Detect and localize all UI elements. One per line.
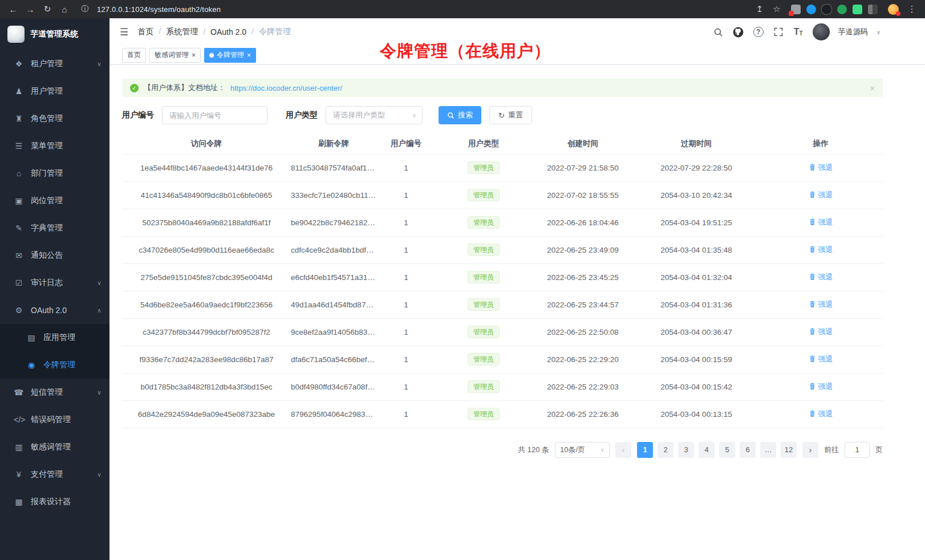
forward-icon[interactable] <box>23 2 38 16</box>
page-button[interactable]: 12 <box>781 442 797 458</box>
app-logo[interactable]: 芋道管理系统 <box>0 18 109 50</box>
sidebar-item[interactable]: ◉ 令牌管理 <box>0 351 109 379</box>
user-id-input[interactable] <box>162 106 267 124</box>
breadcrumb-item[interactable]: 令牌管理 <box>246 27 291 37</box>
force-logout-button[interactable]: 强退 <box>809 327 833 337</box>
address-bar[interactable]: 127.0.0.1:1024/system/oauth2/token <box>74 2 750 16</box>
view-tab[interactable]: 敏感词管理 <box>149 48 201 63</box>
action-cell: 强退 <box>758 346 883 373</box>
fullscreen-icon[interactable] <box>773 26 784 38</box>
user-type-badge: 管理员 <box>468 244 500 256</box>
browser-menu-icon[interactable] <box>904 2 919 16</box>
reset-button[interactable]: 重置 <box>489 106 532 124</box>
search-button[interactable]: 搜索 <box>439 106 481 124</box>
sidebar-item[interactable]: ✎ 字典管理 <box>0 214 109 242</box>
sidebar-item[interactable]: ▣ 岗位管理 <box>0 187 109 214</box>
sidebar-item[interactable]: ⌂ 部门管理 <box>0 160 109 187</box>
force-logout-button[interactable]: 强退 <box>809 272 833 282</box>
extension-icon[interactable] <box>791 5 801 14</box>
refresh-token-cell: 9ce8ef2aa9f14056b831ae9b608e28d5 <box>291 318 376 346</box>
top-header: 首页 系统管理 OAuth 2.0 令牌管理 <box>109 18 925 46</box>
share-icon[interactable] <box>752 2 767 16</box>
next-page-button[interactable] <box>802 442 818 458</box>
force-logout-button[interactable]: 强退 <box>809 354 833 364</box>
user-id-cell: 1 <box>376 263 436 291</box>
page-button[interactable]: 6 <box>740 442 756 458</box>
expire-time-cell: 2054-03-10 20:42:34 <box>634 181 758 209</box>
menu-icon: ☰ <box>14 141 24 151</box>
info-icon[interactable] <box>78 2 92 16</box>
sidebar-item[interactable]: ☑ 审计日志 <box>0 269 109 297</box>
sidebar-item[interactable]: ♜ 角色管理 <box>0 105 109 132</box>
breadcrumb-item[interactable]: OAuth 2.0 <box>198 27 246 36</box>
goto-page-input[interactable] <box>845 442 870 458</box>
sidebar-item[interactable]: ☰ 菜单管理 <box>0 132 109 160</box>
access-token-cell: 275e5de9151045fe87cbdc395e004f4d <box>122 263 291 291</box>
user-type-select[interactable]: 请选择用户类型 <box>326 106 423 124</box>
extension-icon[interactable] <box>822 5 831 14</box>
force-logout-button[interactable]: 强退 <box>809 217 833 228</box>
page-button[interactable]: 3 <box>678 442 694 458</box>
page-button[interactable]: 1 <box>637 442 653 458</box>
extension-icon[interactable] <box>806 5 816 14</box>
page-button[interactable]: 2 <box>658 442 674 458</box>
extension-icon[interactable] <box>868 5 878 14</box>
sidebar-item[interactable]: </> 错误码管理 <box>0 406 109 433</box>
browser-profile-avatar[interactable] <box>888 4 899 15</box>
sidebar-item[interactable]: ♟ 用户管理 <box>0 78 109 105</box>
user-id-cell: 1 <box>376 318 436 346</box>
force-logout-button[interactable]: 强退 <box>809 382 833 392</box>
page-size-select[interactable]: 10条/页 <box>555 442 610 458</box>
view-tab[interactable]: 令牌管理 <box>204 48 256 63</box>
page-button[interactable]: … <box>760 442 776 458</box>
view-tab[interactable]: 首页 <box>122 48 146 63</box>
page-button[interactable]: 4 <box>699 442 715 458</box>
sidebar-item[interactable]: ❖ 租户管理 <box>0 50 109 78</box>
user-type-badge: 管理员 <box>468 380 500 393</box>
font-size-icon[interactable] <box>793 26 804 38</box>
refresh-token-cell: e6cfd40eb1f54571a31e775e039c4624 <box>291 263 376 291</box>
tab-label: 首页 <box>127 50 141 60</box>
sidebar-item[interactable]: ▦ 报表设计器 <box>0 488 109 516</box>
force-logout-button[interactable]: 强退 <box>809 190 833 200</box>
access-token-cell: 502375b8040a469a9b82188afdf6af1f <box>122 209 291 236</box>
force-logout-button[interactable]: 强退 <box>809 163 833 173</box>
doc-link[interactable]: https://doc.iocoder.cn/user-center/ <box>230 84 342 92</box>
extension-icon[interactable] <box>837 5 847 14</box>
sidebar-item[interactable]: ▥ 敏感词管理 <box>0 433 109 461</box>
home-icon[interactable] <box>57 2 72 16</box>
close-icon[interactable] <box>192 52 196 59</box>
pagination: 共 120 条 10条/页 1 2 3 4 <box>122 442 883 458</box>
bookmark-icon[interactable] <box>769 2 784 16</box>
force-logout-button[interactable]: 强退 <box>809 409 833 419</box>
breadcrumb: 首页 系统管理 OAuth 2.0 令牌管理 <box>137 27 291 37</box>
trash-icon <box>809 410 816 417</box>
force-logout-button[interactable]: 强退 <box>809 299 833 310</box>
help-icon[interactable] <box>753 26 764 38</box>
extension-icon[interactable] <box>853 5 862 14</box>
user-name[interactable]: 芋道源码 <box>838 27 868 37</box>
avatar[interactable] <box>813 23 830 40</box>
sidebar-item[interactable]: ¥ 支付管理 <box>0 461 109 488</box>
sidebar-collapse-icon[interactable] <box>120 26 128 38</box>
action-cell: 强退 <box>758 154 883 181</box>
reload-icon[interactable] <box>40 2 55 16</box>
search-icon[interactable] <box>713 26 724 38</box>
sidebar-item[interactable]: ☎ 短信管理 <box>0 379 109 406</box>
github-icon[interactable] <box>733 26 744 38</box>
sidebar-item[interactable]: ▤ 应用管理 <box>0 324 109 351</box>
page-button[interactable]: 5 <box>719 442 735 458</box>
create-time-cell: 2022-06-25 22:50:08 <box>532 318 634 346</box>
trash-icon <box>809 191 816 198</box>
close-icon[interactable] <box>247 52 251 59</box>
sidebar-item[interactable]: ✉ 通知公告 <box>0 242 109 269</box>
alert-close-icon[interactable] <box>870 83 875 93</box>
sidebar-item[interactable]: ⚙ OAuth 2.0 <box>0 297 109 324</box>
back-icon[interactable] <box>6 2 21 16</box>
force-logout-button[interactable]: 强退 <box>809 245 833 255</box>
breadcrumb-item[interactable]: 系统管理 <box>153 27 198 37</box>
breadcrumb-item[interactable]: 首页 <box>137 27 153 37</box>
page-content: 【用户体系】文档地址： https://doc.iocoder.cn/user-… <box>109 65 925 560</box>
prev-page-button[interactable] <box>615 442 631 458</box>
chevron-down-icon[interactable] <box>877 29 881 35</box>
